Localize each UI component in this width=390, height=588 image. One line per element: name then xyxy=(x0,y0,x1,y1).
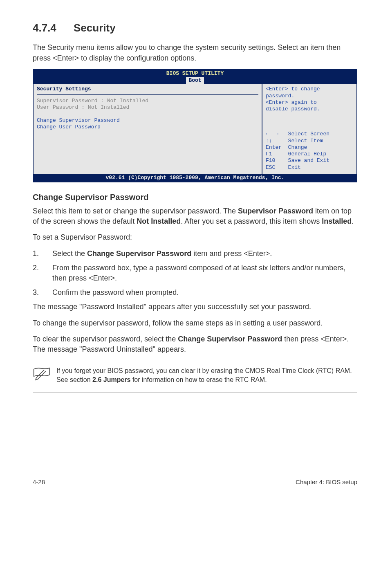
key-esc: ESC Exit xyxy=(266,164,353,171)
user-password-label: User Password : xyxy=(37,104,85,110)
text-fragment: for information on how to erase the RTC … xyxy=(130,376,267,383)
paragraph: Select this item to set or change the su… xyxy=(33,206,357,227)
text-fragment: Select the xyxy=(52,249,87,258)
section-title: Security xyxy=(74,22,116,34)
note-block: If you forget your BIOS password, you ca… xyxy=(33,366,357,385)
bios-left-pane: Security Settings Supervisor Password : … xyxy=(34,84,262,174)
section-number: 4.7.4 xyxy=(33,20,74,35)
help-line: password. xyxy=(266,93,353,99)
text-bold: Installed xyxy=(322,217,352,225)
note-pencil-icon xyxy=(33,366,51,385)
divider xyxy=(37,94,258,95)
text-bold: Supervisor Password xyxy=(238,207,313,215)
page-footer: 4-28 Chapter 4: BIOS setup xyxy=(33,474,357,486)
text-bold: Change Supervisor Password xyxy=(87,249,191,258)
supervisor-password-value: Not Installed xyxy=(107,98,148,104)
text-fragment: item and press <Enter>. xyxy=(191,249,272,258)
paragraph: To clear the supervisor password, select… xyxy=(33,334,357,355)
help-line: <Enter> to change xyxy=(266,86,353,92)
bios-footer: v02.61 (C)Copyright 1985-2009, American … xyxy=(34,174,356,182)
text-bold: Change Supervisor Password xyxy=(178,335,282,343)
text-fragment: . xyxy=(352,217,354,225)
help-line: disable password. xyxy=(266,106,353,112)
change-supervisor-password: Change Supervisor Password xyxy=(37,117,258,124)
text-bold: Not Installed xyxy=(137,217,181,225)
paragraph: The message "Password Installed" appears… xyxy=(33,302,357,312)
bios-actions: Change Supervisor Password Change User P… xyxy=(37,117,258,131)
key-f1: F1 General Help xyxy=(266,151,353,157)
text-bold: 2.6 Jumpers xyxy=(92,376,130,383)
divider xyxy=(33,392,357,393)
chapter-label: Chapter 4: BIOS setup xyxy=(296,478,357,486)
user-password-value: Not Installed xyxy=(88,104,129,110)
step-item: Confirm the password when prompted. xyxy=(33,287,357,298)
divider xyxy=(33,362,357,362)
bios-header-title: BIOS SETUP UTILITY xyxy=(34,70,356,77)
bios-password-status: Supervisor Password : Not Installed User… xyxy=(37,98,258,111)
bios-right-pane: <Enter> to change password. <Enter> agai… xyxy=(262,84,356,174)
paragraph: To change the supervisor password, follo… xyxy=(33,318,357,328)
bios-body: Security Settings Supervisor Password : … xyxy=(34,84,356,174)
section-heading: 4.7.4Security xyxy=(33,20,357,35)
bios-tabs: Boot xyxy=(34,77,356,84)
bios-section-title: Security Settings xyxy=(37,86,258,93)
bios-help-context: <Enter> to change password. <Enter> agai… xyxy=(266,86,353,119)
supervisor-password-label: Supervisor Password : xyxy=(37,98,104,104)
note-text: If you forget your BIOS password, you ca… xyxy=(56,366,357,385)
subsection-heading: Change Supervisor Password xyxy=(33,191,357,203)
key-select-item: ↑↓ Select Item xyxy=(266,138,353,144)
change-user-password: Change User Password xyxy=(37,124,258,130)
bios-key-legend: ← → Select Screen ↑↓ Select Item Enter C… xyxy=(266,131,353,171)
bios-tab-boot: Boot xyxy=(186,77,204,84)
intro-text: The Security menu items allow you to cha… xyxy=(33,43,357,63)
step-item: Select the Change Supervisor Password it… xyxy=(33,249,357,259)
bios-setup-screenshot: BIOS SETUP UTILITY Boot Security Setting… xyxy=(33,69,357,182)
steps-list: Select the Change Supervisor Password it… xyxy=(33,249,357,298)
key-f10: F10 Save and Exit xyxy=(266,157,353,164)
step-item: From the password box, type a password c… xyxy=(33,263,357,283)
text-fragment: Select this item to set or change the su… xyxy=(33,207,238,215)
page-number: 4-28 xyxy=(33,478,45,486)
text-fragment: To clear the supervisor password, select… xyxy=(33,335,178,343)
paragraph: To set a Supervisor Password: xyxy=(33,232,357,242)
key-select-screen: ← → Select Screen xyxy=(266,131,353,137)
help-line: <Enter> again to xyxy=(266,99,353,106)
text-fragment: . After you set a password, this item sh… xyxy=(181,217,322,225)
key-enter-change: Enter Change xyxy=(266,144,353,151)
